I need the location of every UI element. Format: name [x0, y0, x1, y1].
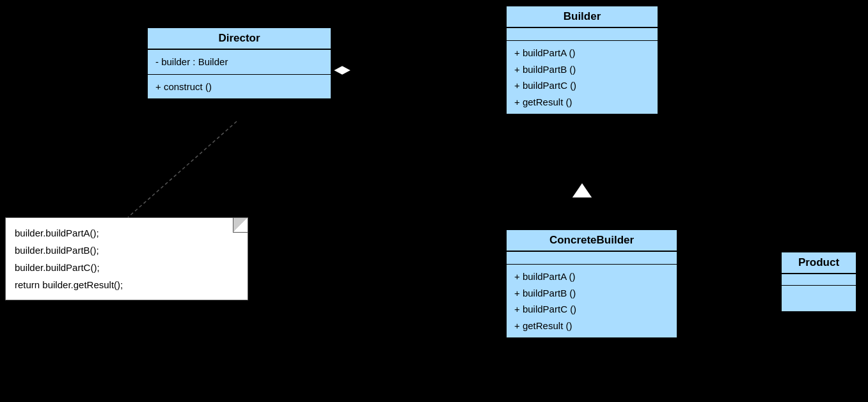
- note-line-1: builder.buildPartA();: [15, 224, 239, 242]
- builder-class: Builder + buildPartA () + buildPartB () …: [505, 5, 659, 115]
- concrete-builder-methods: + buildPartA () + buildPartB () + buildP…: [507, 265, 677, 337]
- svg-line-2: [128, 121, 237, 217]
- concrete-builder-class-header: ConcreteBuilder: [507, 230, 677, 252]
- product-class: Product: [780, 251, 857, 313]
- product-class-header: Product: [782, 252, 856, 274]
- svg-marker-4: [571, 182, 593, 198]
- product-empty-section-1: [782, 274, 856, 286]
- concrete-builder-class: ConcreteBuilder + buildPartA () + buildP…: [505, 229, 678, 339]
- diagram-canvas: Director - builder : Builder + construct…: [0, 0, 868, 402]
- note-line-4: return builder.getResult();: [15, 276, 239, 293]
- director-class: Director - builder : Builder + construct…: [146, 27, 332, 100]
- connections-svg: [0, 0, 868, 402]
- note-line-3: builder.buildPartC();: [15, 259, 239, 276]
- note-box: builder.buildPartA(); builder.buildPartB…: [5, 217, 248, 300]
- director-methods: + construct (): [148, 75, 331, 99]
- director-attributes: - builder : Builder: [148, 50, 331, 75]
- director-class-header: Director: [148, 28, 331, 50]
- builder-class-header: Builder: [507, 6, 658, 28]
- note-line-2: builder.buildPartB();: [15, 242, 239, 259]
- product-empty-section-2: [782, 286, 856, 311]
- svg-line-5: [678, 275, 780, 288]
- builder-methods: + buildPartA () + buildPartB () + buildP…: [507, 41, 658, 114]
- svg-marker-1: [333, 65, 352, 75]
- builder-empty-section: [507, 28, 658, 41]
- concrete-builder-empty-section: [507, 252, 677, 265]
